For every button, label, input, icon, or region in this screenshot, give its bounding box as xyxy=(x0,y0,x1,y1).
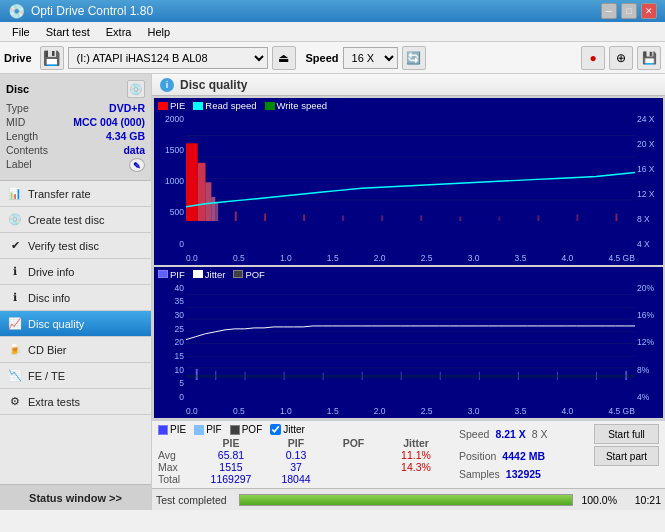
sidebar: Disc 💿 Type DVD+R MID MCC 004 (000) Leng… xyxy=(0,74,152,510)
disc-quality-header: i Disc quality xyxy=(152,74,665,96)
refresh-button[interactable]: 🔄 xyxy=(402,46,426,70)
svg-rect-17 xyxy=(537,216,539,222)
stats-max-jitter: 14.3% xyxy=(381,461,451,473)
x-1.0: 1.0 xyxy=(280,253,292,263)
disc-panel-icon[interactable]: 💿 xyxy=(127,80,145,98)
window-controls: ─ □ ✕ xyxy=(601,3,657,19)
start-part-button[interactable]: Start part xyxy=(594,446,659,466)
chart1-y-1500: 1500 xyxy=(165,145,184,155)
verify-test-disc-icon: ✔ xyxy=(8,239,22,253)
header-pie: PIE xyxy=(196,437,266,449)
disc-quality-header-icon: i xyxy=(160,78,174,92)
save-button[interactable]: 💾 xyxy=(637,46,661,70)
svg-rect-19 xyxy=(615,214,617,222)
close-button[interactable]: ✕ xyxy=(641,3,657,19)
legend-read-speed-label: Read speed xyxy=(205,100,256,111)
pie-stats-color xyxy=(158,425,168,435)
svg-rect-12 xyxy=(342,216,344,222)
disc-action2-button[interactable]: ⊕ xyxy=(609,46,633,70)
stats-avg-pif: 0.13 xyxy=(266,449,326,461)
legend-pif-color xyxy=(158,270,168,278)
disc-label-value: ✎ xyxy=(129,158,145,172)
status-time: 10:21 xyxy=(621,494,661,506)
header-jitter: Jitter xyxy=(381,437,451,449)
sidebar-item-disc-info[interactable]: ℹ Disc info xyxy=(0,285,151,311)
legend-pif-label: PIF xyxy=(170,269,185,280)
minimize-button[interactable]: ─ xyxy=(601,3,617,19)
stats-legend-row: PIE PIF POF Jitter xyxy=(158,424,451,435)
sidebar-item-verify-test-disc[interactable]: ✔ Verify test disc xyxy=(0,233,151,259)
disc-type-value: DVD+R xyxy=(109,102,145,114)
x-0.0: 0.0 xyxy=(186,253,198,263)
menu-start-test[interactable]: Start test xyxy=(38,24,98,40)
pif-stats-label: PIF xyxy=(206,424,222,435)
drive-icon-button[interactable]: 💾 xyxy=(40,46,64,70)
titlebar: 💿 Opti Drive Control 1.80 ─ □ ✕ xyxy=(0,0,665,22)
status-text: Test completed xyxy=(156,494,227,506)
legend-pif: PIF xyxy=(158,269,185,280)
sidebar-item-fe-te[interactable]: 📉 FE / TE xyxy=(0,363,151,389)
start-full-button[interactable]: Start full xyxy=(594,424,659,444)
disc-contents-value: data xyxy=(123,144,145,156)
svg-rect-40 xyxy=(186,374,635,377)
sidebar-item-disc-quality[interactable]: 📈 Disc quality xyxy=(0,311,151,337)
position-value: 4442 MB xyxy=(502,450,545,462)
x-2.0: 2.0 xyxy=(374,253,386,263)
svg-rect-6 xyxy=(206,182,212,221)
disc-type-label: Type xyxy=(6,102,29,114)
svg-rect-11 xyxy=(303,215,305,222)
position-label: Position xyxy=(459,450,496,462)
stats-table: PIE PIF POF Jitter Avg 65.81 0.13 11.1% … xyxy=(158,437,451,485)
disc-action-button[interactable]: ● xyxy=(581,46,605,70)
eject-button[interactable]: ⏏ xyxy=(272,46,296,70)
jitter-stats-label: Jitter xyxy=(283,424,305,435)
drive-select[interactable]: (I:) ATAPI iHAS124 B AL08 xyxy=(68,47,268,69)
menu-extra[interactable]: Extra xyxy=(98,24,140,40)
chart2-y-25: 25 xyxy=(175,324,184,334)
sidebar-item-create-test-disc[interactable]: 💿 Create test disc xyxy=(0,207,151,233)
content-wrapper: i Disc quality PIE Read speed xyxy=(152,74,665,510)
sidebar-item-transfer-rate[interactable]: 📊 Transfer rate xyxy=(0,181,151,207)
legend-jitter-stats: Jitter xyxy=(270,424,305,435)
sidebar-item-cd-bier[interactable]: 🍺 CD Bier xyxy=(0,337,151,363)
toolbar: Drive 💾 (I:) ATAPI iHAS124 B AL08 ⏏ Spee… xyxy=(0,42,665,74)
chart1-y-axis-left: 2000 1500 1000 500 0 xyxy=(154,114,186,249)
speed-select[interactable]: 16 X xyxy=(343,47,398,69)
sidebar-item-drive-info[interactable]: ℹ Drive info xyxy=(0,259,151,285)
status-percent: 100.0% xyxy=(577,494,617,506)
stats-max-label: Max xyxy=(158,461,196,473)
svg-rect-15 xyxy=(459,216,461,221)
chart1-y-4x: 4 X xyxy=(637,239,650,249)
svg-rect-7 xyxy=(211,197,215,221)
menu-file[interactable]: File xyxy=(4,24,38,40)
sidebar-status-button[interactable]: Status window >> xyxy=(0,484,151,510)
menu-help[interactable]: Help xyxy=(139,24,178,40)
disc-mid-row: MID MCC 004 (000) xyxy=(6,116,145,128)
extra-tests-icon: ⚙ xyxy=(8,395,22,409)
pof-stats-color xyxy=(230,425,240,435)
maximize-button[interactable]: □ xyxy=(621,3,637,19)
legend-write-speed-label: Write speed xyxy=(277,100,328,111)
create-test-disc-icon: 💿 xyxy=(8,213,22,227)
position-row: Position 4442 MB Start part xyxy=(459,446,659,466)
x2-3.0: 3.0 xyxy=(468,406,480,416)
stats-total-label: Total xyxy=(158,473,196,485)
chart1-legend: PIE Read speed Write speed xyxy=(158,100,327,111)
chart2-y-16pct: 16% xyxy=(637,310,654,320)
x2-2.5: 2.5 xyxy=(421,406,433,416)
chart2-x-axis: 0.0 0.5 1.0 1.5 2.0 2.5 3.0 3.5 4.0 4.5 … xyxy=(186,406,635,416)
samples-row: Samples 132925 xyxy=(459,468,659,480)
x-1.5: 1.5 xyxy=(327,253,339,263)
legend-jitter-color xyxy=(193,270,203,278)
jitter-checkbox[interactable] xyxy=(270,424,281,435)
stats-right-panel: Speed 8.21 X 8 X Start full Position 444… xyxy=(459,424,659,485)
menubar: File Start test Extra Help xyxy=(0,22,665,42)
speed-value: 8.21 X xyxy=(495,428,525,440)
chart2-y-20pct: 20% xyxy=(637,283,654,293)
chart2-y-0: 0 xyxy=(179,392,184,402)
sidebar-nav: 📊 Transfer rate 💿 Create test disc ✔ Ver… xyxy=(0,181,151,484)
sidebar-item-extra-tests[interactable]: ⚙ Extra tests xyxy=(0,389,151,415)
header-pif: PIF xyxy=(266,437,326,449)
samples-value: 132925 xyxy=(506,468,541,480)
legend-write-speed: Write speed xyxy=(265,100,328,111)
